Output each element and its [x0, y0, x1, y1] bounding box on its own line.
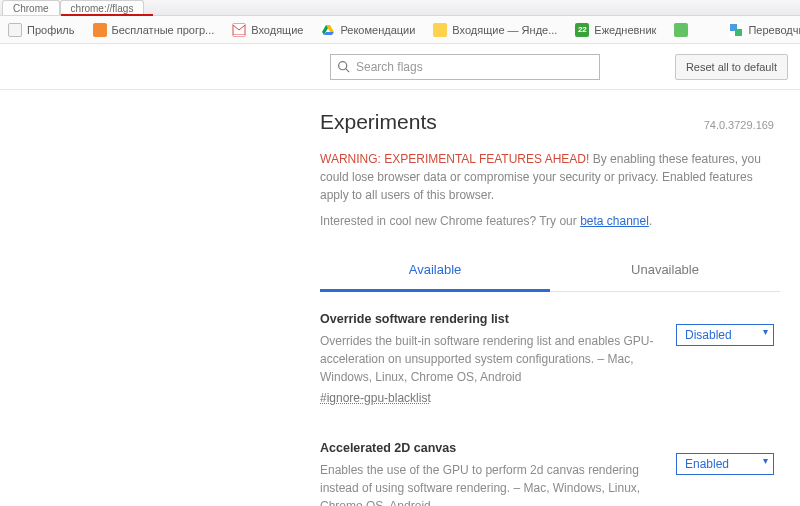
flag-row: Accelerated 2D canvas Enables the use of… [320, 421, 780, 506]
svg-rect-4 [735, 29, 742, 36]
bookmark-label: Входящие [251, 24, 303, 36]
flag-desc: Overrides the built-in software renderin… [320, 334, 654, 384]
bookmarks-bar: Профиль Бесплатные прогр... Входящие Рек… [0, 16, 800, 44]
gmail-icon [232, 23, 246, 37]
svg-point-5 [339, 62, 347, 70]
flag-name: Override software rendering list [320, 310, 662, 329]
bookmark-label: Профиль [27, 24, 75, 36]
square-icon [674, 23, 688, 37]
bookmark-item[interactable] [674, 23, 693, 37]
flag-tabs: Available Unavailable [320, 252, 780, 292]
bookmark-label: Бесплатные прогр... [112, 24, 215, 36]
page-title: Experiments [320, 110, 437, 134]
warning-heading: WARNING: EXPERIMENTAL FEATURES AHEAD! [320, 152, 589, 166]
warning-text: WARNING: EXPERIMENTAL FEATURES AHEAD! By… [320, 150, 780, 204]
flag-hash[interactable]: #ignore-gpu-blacklist [320, 389, 431, 407]
bookmark-item[interactable]: Рекомендации [321, 23, 415, 37]
flag-select[interactable] [676, 453, 774, 475]
interest-pre: Interested in cool new Chrome features? … [320, 214, 580, 228]
beta-channel-link[interactable]: beta channel [580, 214, 649, 228]
page-icon [8, 23, 22, 37]
reset-all-button[interactable]: Reset all to default [675, 54, 788, 80]
bookmark-item[interactable]: Переводчик он [729, 23, 800, 37]
main-content: Experiments 74.0.3729.169 WARNING: EXPER… [0, 90, 790, 506]
bookmark-item[interactable]: Профиль [8, 23, 75, 37]
bookmark-item[interactable]: Входящие — Янде... [433, 23, 557, 37]
bookmark-label: Входящие — Янде... [452, 24, 557, 36]
tab-available[interactable]: Available [320, 252, 550, 292]
flag-select[interactable] [676, 324, 774, 346]
flag-desc: Enables the use of the GPU to perform 2d… [320, 463, 640, 507]
search-input[interactable]: Search flags [330, 54, 600, 80]
tab-unavailable[interactable]: Unavailable [550, 252, 780, 291]
svg-marker-2 [324, 32, 334, 35]
drive-icon [321, 23, 335, 37]
bookmark-item[interactable]: Входящие [232, 23, 303, 37]
translate-icon [729, 23, 743, 37]
browser-tab-app[interactable]: Chrome [2, 0, 60, 15]
flag-row: Override software rendering list Overrid… [320, 292, 780, 421]
bookmark-label: Ежедневник [594, 24, 656, 36]
bookmark-item[interactable]: Бесплатные прогр... [93, 23, 215, 37]
bookmark-item[interactable]: 22Ежедневник [575, 23, 656, 37]
bookmark-label: Рекомендации [340, 24, 415, 36]
yandex-mail-icon [433, 23, 447, 37]
svg-line-6 [346, 69, 349, 72]
interest-post: . [649, 214, 652, 228]
flags-toolbar: Search flags Reset all to default [0, 44, 800, 90]
calendar-icon: 22 [575, 23, 589, 37]
bookmark-label: Переводчик он [748, 24, 800, 36]
chrome-version: 74.0.3729.169 [704, 119, 774, 131]
browser-tab-url[interactable]: chrome://flags [60, 0, 145, 15]
flag-name: Accelerated 2D canvas [320, 439, 662, 458]
browser-tab-strip: Chrome chrome://flags [0, 0, 800, 16]
flag-select-wrap [676, 310, 774, 346]
interest-text: Interested in cool new Chrome features? … [320, 214, 780, 228]
search-placeholder: Search flags [356, 60, 423, 74]
rss-icon [93, 23, 107, 37]
search-icon [337, 60, 350, 73]
flag-select-wrap [676, 439, 774, 475]
